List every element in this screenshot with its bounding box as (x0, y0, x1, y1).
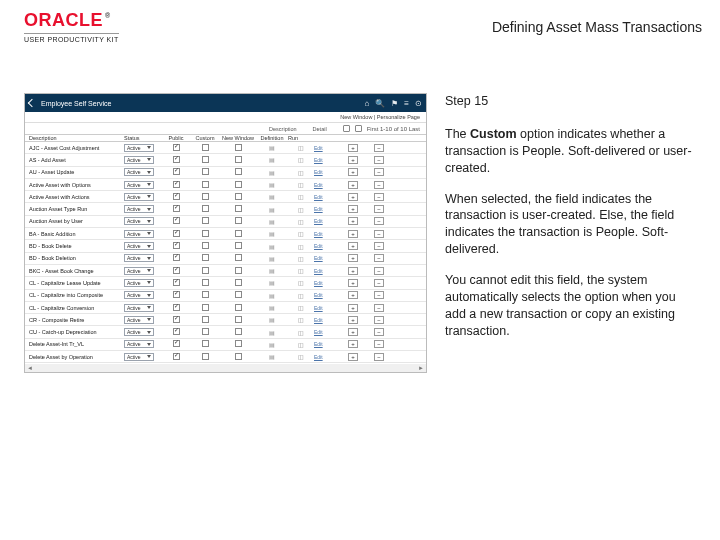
custom-checkbox[interactable] (190, 168, 220, 176)
grid-pager[interactable]: First 1-10 of 10 Last (367, 126, 420, 132)
definition-icon[interactable] (256, 156, 288, 163)
delete-row-button[interactable]: − (366, 205, 392, 213)
delete-row-button[interactable]: − (366, 267, 392, 275)
delete-row-button[interactable]: − (366, 316, 392, 324)
custom-checkbox[interactable] (190, 267, 220, 275)
edit-link[interactable]: Edit (314, 255, 340, 261)
status-dropdown[interactable]: Active (124, 340, 162, 348)
scroll-right-icon[interactable]: ► (418, 365, 424, 371)
run-icon[interactable] (288, 193, 314, 200)
public-checkbox[interactable] (162, 304, 190, 312)
status-dropdown[interactable]: Active (124, 267, 162, 275)
edit-link[interactable]: Edit (314, 268, 340, 274)
back-icon[interactable] (28, 99, 36, 107)
new-window-checkbox[interactable] (220, 304, 256, 312)
custom-checkbox[interactable] (190, 242, 220, 250)
new-window-checkbox[interactable] (220, 242, 256, 250)
public-checkbox[interactable] (162, 181, 190, 189)
custom-checkbox[interactable] (190, 205, 220, 213)
status-dropdown[interactable]: Active (124, 291, 162, 299)
run-icon[interactable] (288, 341, 314, 348)
grid-personalize-icon[interactable] (343, 125, 350, 132)
col-definition[interactable]: Definition (256, 135, 288, 141)
delete-row-button[interactable]: − (366, 304, 392, 312)
search-icon[interactable]: 🔍 (375, 99, 385, 108)
edit-link[interactable]: Edit (314, 157, 340, 163)
add-row-button[interactable]: + (340, 193, 366, 201)
add-row-button[interactable]: + (340, 340, 366, 348)
definition-icon[interactable] (256, 218, 288, 225)
edit-link[interactable]: Edit (314, 292, 340, 298)
public-checkbox[interactable] (162, 168, 190, 176)
new-window-checkbox[interactable] (220, 217, 256, 225)
public-checkbox[interactable] (162, 316, 190, 324)
custom-checkbox[interactable] (190, 156, 220, 164)
public-checkbox[interactable] (162, 230, 190, 238)
edit-link[interactable]: Edit (314, 218, 340, 224)
delete-row-button[interactable]: − (366, 181, 392, 189)
definition-icon[interactable] (256, 193, 288, 200)
add-row-button[interactable]: + (340, 254, 366, 262)
add-row-button[interactable]: + (340, 230, 366, 238)
new-window-checkbox[interactable] (220, 205, 256, 213)
edit-link[interactable]: Edit (314, 280, 340, 286)
public-checkbox[interactable] (162, 267, 190, 275)
delete-row-button[interactable]: − (366, 291, 392, 299)
status-dropdown[interactable]: Active (124, 193, 162, 201)
col-run[interactable]: Run (288, 135, 314, 141)
definition-icon[interactable] (256, 243, 288, 250)
edit-link[interactable]: Edit (314, 329, 340, 335)
public-checkbox[interactable] (162, 254, 190, 262)
add-row-button[interactable]: + (340, 353, 366, 361)
run-icon[interactable] (288, 206, 314, 213)
add-row-button[interactable]: + (340, 328, 366, 336)
custom-checkbox[interactable] (190, 291, 220, 299)
new-window-checkbox[interactable] (220, 340, 256, 348)
custom-checkbox[interactable] (190, 181, 220, 189)
window-links[interactable]: New Window | Personalize Page (25, 112, 426, 123)
definition-icon[interactable] (256, 341, 288, 348)
add-row-button[interactable]: + (340, 144, 366, 152)
delete-row-button[interactable]: − (366, 156, 392, 164)
run-icon[interactable] (288, 353, 314, 360)
custom-checkbox[interactable] (190, 353, 220, 361)
new-window-checkbox[interactable] (220, 279, 256, 287)
run-icon[interactable] (288, 181, 314, 188)
public-checkbox[interactable] (162, 353, 190, 361)
run-icon[interactable] (288, 156, 314, 163)
definition-icon[interactable] (256, 353, 288, 360)
add-row-button[interactable]: + (340, 291, 366, 299)
add-row-button[interactable]: + (340, 156, 366, 164)
delete-row-button[interactable]: − (366, 217, 392, 225)
status-dropdown[interactable]: Active (124, 242, 162, 250)
custom-checkbox[interactable] (190, 340, 220, 348)
definition-icon[interactable] (256, 304, 288, 311)
edit-link[interactable]: Edit (314, 231, 340, 237)
tab-detail[interactable]: Detail (313, 126, 327, 132)
edit-link[interactable]: Edit (314, 243, 340, 249)
custom-checkbox[interactable] (190, 328, 220, 336)
public-checkbox[interactable] (162, 144, 190, 152)
definition-icon[interactable] (256, 181, 288, 188)
status-dropdown[interactable]: Active (124, 217, 162, 225)
delete-row-button[interactable]: − (366, 353, 392, 361)
status-dropdown[interactable]: Active (124, 254, 162, 262)
run-icon[interactable] (288, 218, 314, 225)
public-checkbox[interactable] (162, 156, 190, 164)
edit-link[interactable]: Edit (314, 145, 340, 151)
delete-row-button[interactable]: − (366, 242, 392, 250)
edit-link[interactable]: Edit (314, 341, 340, 347)
run-icon[interactable] (288, 267, 314, 274)
definition-icon[interactable] (256, 206, 288, 213)
edit-link[interactable]: Edit (314, 182, 340, 188)
col-new-window[interactable]: New Window (220, 135, 256, 141)
new-window-checkbox[interactable] (220, 328, 256, 336)
custom-checkbox[interactable] (190, 230, 220, 238)
run-icon[interactable] (288, 255, 314, 262)
delete-row-button[interactable]: − (366, 328, 392, 336)
col-status[interactable]: Status (124, 135, 162, 141)
custom-checkbox[interactable] (190, 304, 220, 312)
new-window-checkbox[interactable] (220, 168, 256, 176)
run-icon[interactable] (288, 243, 314, 250)
definition-icon[interactable] (256, 279, 288, 286)
